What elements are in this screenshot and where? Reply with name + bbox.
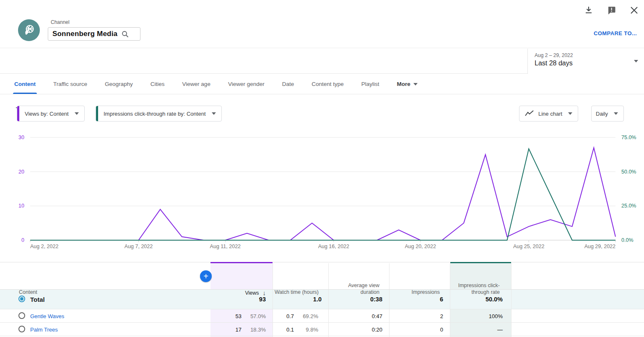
views-line: [30, 148, 615, 241]
metric-selector-ctr-label: Impressions click-through rate by: Conte…: [98, 111, 212, 117]
chevron-down-icon: [413, 83, 418, 86]
x-axis-label: Aug 2, 2022: [30, 244, 58, 249]
y-axis-label-right: 50.0%: [621, 169, 636, 175]
ctr-column-accent: [450, 262, 511, 263]
total-ctr: 50.0%: [486, 296, 503, 303]
tab-cities[interactable]: Cities: [142, 74, 174, 94]
impressions-value: 2: [440, 313, 443, 319]
x-axis-label: Aug 20, 2022: [405, 244, 436, 249]
column-header-avg-view-duration[interactable]: Average view duration: [329, 282, 379, 296]
y-axis-label-left: 30: [18, 135, 24, 140]
y-axis-label-left: 10: [18, 203, 24, 209]
tab-more[interactable]: More: [388, 74, 426, 94]
tab-geography[interactable]: Geography: [96, 74, 142, 94]
tab-content[interactable]: Content: [5, 74, 44, 94]
row-name: Total: [30, 296, 45, 303]
x-axis-label: Aug 7, 2022: [125, 244, 153, 249]
tab-playlist[interactable]: Playlist: [353, 74, 388, 94]
close-icon[interactable]: [629, 5, 639, 15]
views-value: 53: [236, 313, 242, 319]
avg-duration-value: 0:47: [372, 313, 382, 319]
sort-descending-icon: ↓: [263, 290, 266, 296]
row-radio[interactable]: [18, 326, 25, 332]
chevron-down-icon: [568, 112, 572, 115]
total-views: 93: [259, 296, 266, 303]
line-chart-icon: [525, 110, 534, 117]
impressions-value: 0: [440, 327, 443, 333]
chart-canvas: [0, 132, 644, 254]
tab-date[interactable]: Date: [273, 74, 303, 94]
x-axis-label: Aug 11, 2022: [210, 244, 241, 249]
top-bar: Channel Sonnenberg Media: [0, 0, 644, 48]
dimension-tabs: Content Traffic source Geography Cities …: [0, 74, 644, 94]
x-axis-label: Aug 25, 2022: [513, 244, 544, 249]
feedback-icon[interactable]: [606, 5, 616, 15]
y-axis-label-right: 0.0%: [621, 237, 634, 243]
views-pct: 18.3%: [242, 327, 266, 333]
granularity-label: Daily: [592, 111, 614, 117]
metric-selector-views-label: Views by: Content: [19, 111, 75, 117]
y-axis-label-right: 25.0%: [621, 203, 636, 209]
views-pct: 57.0%: [242, 313, 266, 319]
total-radio-selected[interactable]: [18, 296, 25, 302]
line-chart[interactable]: 01020300.0%25.0%50.0%75.0%Aug 2, 2022Aug…: [0, 132, 644, 254]
top-actions: [584, 5, 639, 15]
chart-type-label: Line chart: [534, 111, 568, 117]
tab-viewer-gender[interactable]: Viewer gender: [219, 74, 273, 94]
y-axis-label-left: 20: [18, 169, 24, 175]
tab-traffic-source[interactable]: Traffic source: [44, 74, 96, 94]
plus-icon: +: [203, 272, 208, 281]
column-header-impressions-ctr[interactable]: Impressions click-through rate: [453, 282, 500, 296]
x-axis-label: Aug 16, 2022: [318, 244, 349, 249]
total-row-highlight: [0, 289, 644, 309]
watch-pct: 69.2%: [294, 313, 318, 319]
download-icon[interactable]: [584, 5, 594, 15]
chevron-down-icon: [212, 112, 216, 115]
column-header-impressions[interactable]: Impressions: [390, 289, 440, 296]
channel-picker[interactable]: Sonnenberg Media: [48, 27, 140, 41]
ctr-value: —: [497, 327, 503, 333]
row-radio[interactable]: [18, 312, 25, 319]
x-axis-label: Aug 29, 2022: [584, 244, 615, 249]
video-link[interactable]: Gentle Waves: [30, 313, 64, 319]
metric-selector-views[interactable]: Views by: Content: [17, 106, 85, 122]
avg-duration-value: 0:20: [372, 327, 382, 333]
tab-content-type[interactable]: Content type: [303, 74, 353, 94]
chevron-down-icon: [75, 112, 79, 115]
watch-pct: 9.8%: [294, 327, 318, 333]
views-value: 17: [236, 327, 242, 333]
column-header-watch-time[interactable]: Watch time (hours): [273, 289, 319, 296]
search-icon[interactable]: [122, 31, 129, 38]
content-table: + Content Views ↓ Watch time (hours) Ave…: [0, 262, 644, 337]
date-range-text: Aug 2 – 29, 2022: [535, 52, 573, 58]
y-axis-label-right: 75.0%: [621, 135, 636, 140]
metric-selector-ctr[interactable]: Impressions click-through rate by: Conte…: [96, 106, 222, 122]
date-range-label: Last 28 days: [535, 60, 573, 67]
channel-avatar: [18, 19, 40, 41]
add-metric-button[interactable]: +: [200, 270, 212, 282]
column-header-content[interactable]: Content: [19, 289, 37, 296]
total-impressions: 6: [440, 296, 443, 303]
granularity-selector[interactable]: Daily: [591, 106, 624, 122]
y-axis-label-left: 0: [21, 237, 24, 243]
total-watch-time: 1.0: [313, 296, 322, 303]
video-link[interactable]: Palm Trees: [30, 327, 58, 333]
ctr-line: [30, 149, 615, 240]
leaf-logo-icon: [22, 23, 36, 37]
watch-value: 0.7: [286, 313, 294, 319]
chart-type-selector[interactable]: Line chart: [519, 106, 578, 122]
column-header-views[interactable]: Views ↓: [245, 290, 266, 296]
total-avg-duration: 0:38: [370, 296, 382, 303]
chevron-down-icon: [634, 60, 638, 62]
date-range-picker[interactable]: Aug 2 – 29, 2022 Last 28 days: [527, 49, 644, 74]
views-column-accent: [210, 262, 273, 263]
chevron-down-icon: [614, 112, 618, 115]
channel-label: Channel: [51, 19, 70, 25]
analytics-advanced-mode: Channel Sonnenberg Media: [0, 0, 644, 337]
compare-to-link[interactable]: COMPARE TO...: [594, 30, 637, 36]
channel-name: Sonnenberg Media: [52, 30, 117, 38]
ctr-value: 100%: [489, 313, 503, 319]
tab-viewer-age[interactable]: Viewer age: [174, 74, 219, 94]
watch-value: 0.1: [286, 327, 294, 333]
